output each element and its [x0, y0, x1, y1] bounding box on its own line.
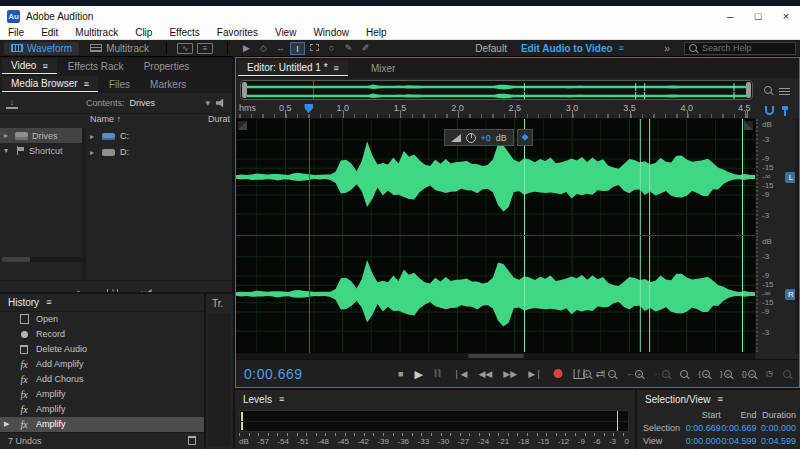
amplitude-zoom-scrollbar[interactable]	[795, 119, 799, 353]
hud-gain-value[interactable]: +0	[481, 133, 491, 143]
zoom-navigator[interactable]	[240, 80, 753, 100]
zoom-in-amplitude-button[interactable]: ←+	[626, 369, 643, 378]
tab-media-browser[interactable]: Media Browser ≡	[2, 76, 98, 92]
panel-menu-icon[interactable]: ≡	[84, 79, 89, 89]
spot-healing-tool-icon[interactable]: ✐	[358, 42, 373, 55]
selection-duration-value[interactable]: 0:00.000	[757, 423, 796, 433]
hud-gain-control[interactable]: +0 dB	[444, 129, 533, 146]
record-button[interactable]	[554, 369, 563, 378]
search-help-input[interactable]	[702, 43, 791, 53]
tree-item-shortcut[interactable]: ▾ Shortcut	[0, 143, 82, 158]
tab-mixer[interactable]: Mixer	[362, 61, 404, 76]
chevron-down-icon[interactable]: ▾	[4, 146, 11, 155]
view-end-value[interactable]: 0:04.599	[721, 436, 757, 446]
minimize-button[interactable]: –	[716, 6, 744, 26]
waveform-view-button[interactable]: Waveform	[4, 42, 79, 55]
contents-dropdown[interactable]: Drives	[130, 98, 156, 108]
tab-editor[interactable]: Editor: Untitled 1 * ≡	[238, 60, 348, 76]
snap-magnet-icon[interactable]	[765, 106, 774, 115]
selection-start-value[interactable]: 0:00.669	[685, 423, 721, 433]
level-meter[interactable]	[239, 410, 629, 432]
history-item[interactable]: fxAdd Amplify	[0, 357, 204, 372]
panel-menu-icon[interactable]: ≡	[42, 61, 47, 71]
history-item[interactable]: Open	[0, 312, 204, 327]
menu-item-window[interactable]: Window	[313, 27, 349, 38]
clear-history-trash-icon[interactable]	[188, 436, 196, 445]
preview-play-icon[interactable]: ▶	[78, 288, 86, 292]
history-item[interactable]: fxAdd Chorus	[0, 372, 204, 387]
multitrack-view-button[interactable]: Multitrack	[83, 42, 156, 55]
import-file-icon[interactable]: ↑	[107, 289, 118, 293]
chevron-right-icon[interactable]: ▸	[90, 148, 97, 157]
time-display[interactable]: 0:00.669	[236, 366, 303, 382]
menu-item-help[interactable]: Help	[366, 27, 387, 38]
zoom-out-amplitude-button[interactable]: ←−	[653, 369, 670, 378]
chevron-right-icon[interactable]: ▸	[90, 132, 97, 141]
view-start-value[interactable]: 0:00.000	[685, 436, 721, 446]
paintbrush-tool-icon[interactable]: ✎	[341, 42, 356, 55]
menu-item-effects[interactable]: Effects	[169, 27, 199, 38]
zoom-out-point-button[interactable]: }+	[720, 369, 732, 378]
zoom-navigator-options-icon[interactable]	[764, 86, 772, 94]
menu-item-multitrack[interactable]: Multitrack	[75, 27, 118, 38]
skip-to-end-button[interactable]: ▶❘	[528, 369, 542, 379]
marquee-selection-tool-icon[interactable]	[307, 42, 322, 55]
gain-knob-icon[interactable]	[466, 133, 476, 143]
spectral-display-icon[interactable]: ≡	[197, 43, 213, 54]
horizontal-scrollbar[interactable]	[2, 257, 86, 262]
drive-row-d[interactable]: ▸ D:	[86, 144, 232, 160]
lasso-selection-tool-icon[interactable]: ○	[324, 42, 339, 55]
column-duration[interactable]: Durat	[208, 114, 232, 128]
history-item-selected[interactable]: ▶fxAmplify	[0, 417, 204, 432]
search-help-box[interactable]	[684, 42, 796, 55]
panel-menu-icon[interactable]: ≡	[279, 394, 284, 404]
waveform-right-channel[interactable]	[236, 236, 755, 352]
menu-item-file[interactable]: File	[8, 27, 24, 38]
time-selection-tool-icon[interactable]: I	[290, 42, 305, 55]
play-button[interactable]: ▶	[415, 369, 423, 379]
move-tool-icon[interactable]: ▶	[239, 42, 254, 55]
menu-item-edit[interactable]: Edit	[41, 27, 58, 38]
toolbar-overflow-chevron[interactable]: »	[664, 42, 670, 54]
maximize-button[interactable]: □	[744, 6, 772, 26]
navigator-right-handle[interactable]	[746, 82, 751, 98]
hud-pin-button[interactable]	[517, 129, 533, 146]
scrollbar-handle[interactable]	[468, 354, 524, 358]
tab-markers[interactable]: Markers	[141, 77, 195, 92]
history-item[interactable]: Record	[0, 327, 204, 342]
history-item[interactable]: Delete Audio	[0, 342, 204, 357]
add-shortcut-icon[interactable]: ↓	[6, 98, 18, 109]
rewind-button[interactable]: ◀◀	[478, 369, 492, 379]
tree-item-drives[interactable]: ▸ Drives	[0, 128, 82, 143]
slip-tool-icon[interactable]: ↔	[273, 42, 288, 55]
skip-to-start-button[interactable]: ❘◀	[453, 369, 467, 379]
waveform-display-icon[interactable]: ∿	[177, 43, 193, 54]
tr-panel-title[interactable]: Tr.	[212, 298, 223, 309]
display-options-icon[interactable]	[779, 86, 790, 95]
menu-item-view[interactable]: View	[275, 27, 297, 38]
view-duration-value[interactable]: 0:04.599	[757, 436, 796, 446]
zoom-reset-button[interactable]: ·	[680, 370, 688, 378]
timeline-ruler[interactable]: hms 0.51.01.52.02.53.03.54.04.5	[236, 102, 755, 119]
tab-properties[interactable]: Properties	[135, 59, 199, 74]
menu-item-clip[interactable]: Clip	[135, 27, 152, 38]
close-button[interactable]: ×	[772, 6, 800, 26]
zoom-in-point-button[interactable]: {+	[698, 369, 710, 378]
corner-widget-icon[interactable]	[238, 121, 247, 130]
loop-playback-icon[interactable]: ⇄	[596, 368, 604, 379]
speaker-icon[interactable]	[216, 99, 226, 108]
playhead-line[interactable]	[309, 119, 310, 353]
panel-menu-icon[interactable]: ≡	[717, 394, 722, 404]
autoplay-toggle[interactable]: *	[140, 289, 154, 292]
history-item[interactable]: fxAmplify	[0, 402, 204, 417]
waveform-display[interactable]: +0 dB	[236, 119, 755, 353]
workspace-menu-icon[interactable]: ≡	[619, 43, 624, 53]
tab-files[interactable]: Files	[100, 77, 139, 92]
chevron-right-icon[interactable]: ▸	[4, 131, 11, 140]
channel-divider[interactable]	[236, 235, 755, 236]
pause-button[interactable]	[434, 368, 442, 379]
workspace-default[interactable]: Default	[475, 43, 507, 54]
tab-effects-rack[interactable]: Effects Rack	[59, 59, 133, 74]
zoom-to-selection-button[interactable]: {}+	[742, 369, 756, 378]
menu-item-favorites[interactable]: Favorites	[217, 27, 258, 38]
